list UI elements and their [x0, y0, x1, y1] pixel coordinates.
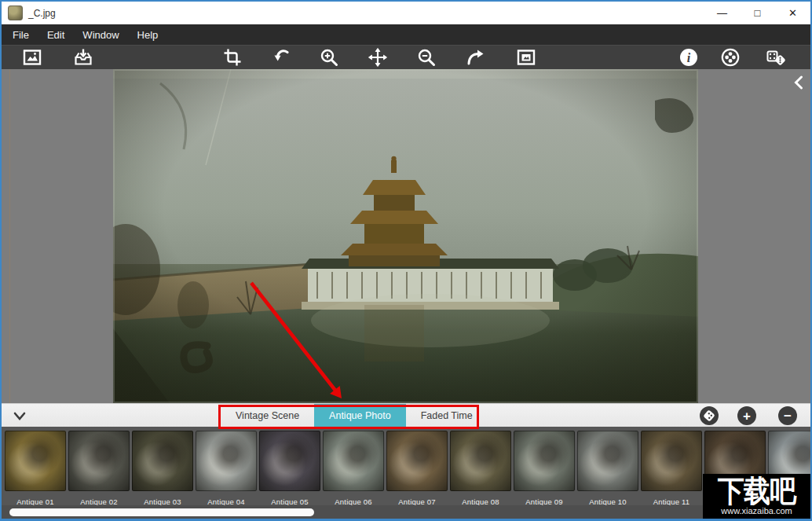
thumbnail-scrollbar-thumb[interactable]: [9, 508, 314, 516]
filter-thumbnail-image[interactable]: [323, 431, 384, 491]
info-icon[interactable]: i: [678, 47, 699, 68]
toolbar: i: [2, 45, 810, 69]
filter-bar: Vintage SceneAntique PhotoFaded Time + −: [2, 403, 810, 427]
filter-thumbnail-image[interactable]: [386, 431, 448, 491]
window-title: _C.jpg: [28, 8, 56, 19]
watermark-brand: 下载吧: [718, 475, 796, 505]
filter-thumbnail-image[interactable]: [196, 431, 257, 491]
canvas-area: [2, 69, 810, 403]
filter-thumbnail[interactable]: Antique 05: [259, 431, 320, 506]
filter-thumbnail[interactable]: Antique 08: [450, 431, 511, 506]
zoom-in-icon[interactable]: [319, 47, 339, 68]
filter-thumbnail[interactable]: Antique 01: [5, 431, 66, 506]
filter-thumbnail-image[interactable]: [68, 431, 130, 491]
tab-vintage-scene[interactable]: Vintage Scene: [221, 404, 314, 427]
zoom-out-icon[interactable]: [416, 47, 437, 68]
filter-thumbnail-image[interactable]: [450, 431, 511, 491]
tab-faded-time[interactable]: Faded Time: [406, 404, 488, 427]
svg-text:i: i: [687, 51, 691, 64]
filter-thumbnail-image[interactable]: [259, 431, 320, 491]
menu-edit[interactable]: Edit: [47, 29, 64, 41]
zoom-out-thumbnails-button[interactable]: −: [778, 406, 797, 425]
filter-category-tabs: Vintage SceneAntique PhotoFaded Time: [221, 404, 488, 427]
filter-thumbnail-image[interactable]: [132, 431, 193, 491]
filter-thumbnail[interactable]: Antique 03: [132, 431, 193, 506]
filter-thumbnail[interactable]: Antique 09: [514, 431, 575, 506]
random-dice-icon[interactable]: [766, 47, 786, 68]
collapse-strip-chevron-down-icon[interactable]: [11, 407, 28, 424]
redo-icon[interactable]: [465, 47, 485, 68]
filter-thumbnail[interactable]: Antique 04: [196, 431, 257, 506]
filter-thumbnail[interactable]: Antique 10: [577, 431, 638, 506]
filter-thumbnail[interactable]: Antique 02: [68, 431, 130, 506]
crop-icon[interactable]: [222, 47, 243, 68]
randomize-dice-icon[interactable]: [700, 406, 719, 425]
settings-icon[interactable]: [720, 47, 741, 68]
tab-antique-photo[interactable]: Antique Photo: [314, 404, 406, 427]
filter-thumbnail[interactable]: Antique 07: [386, 431, 448, 506]
watermark: 下载吧 www.xiazaiba.com: [703, 474, 810, 519]
effect-frame-icon[interactable]: [516, 47, 536, 68]
window-controls: — □ ✕: [704, 2, 810, 24]
zoom-in-thumbnails-button[interactable]: +: [737, 406, 756, 425]
rotate-icon[interactable]: [271, 47, 291, 68]
app-window: _C.jpg — □ ✕ FileEditWindowHelp: [0, 0, 812, 521]
thumbnail-scrollbar-track[interactable]: [2, 505, 810, 519]
maximize-button[interactable]: □: [740, 2, 775, 24]
filter-thumbnail[interactable]: Antique 06: [323, 431, 384, 506]
filter-thumbnail[interactable]: Antique 11: [641, 431, 702, 506]
menu-help[interactable]: Help: [137, 29, 159, 41]
close-button[interactable]: ✕: [775, 2, 810, 24]
photo-preview: [113, 69, 698, 403]
save-icon[interactable]: [73, 47, 93, 68]
open-image-icon[interactable]: [22, 47, 42, 68]
filter-thumbnail-image[interactable]: [577, 431, 638, 491]
panel-divider: [9, 69, 10, 403]
filter-thumbnail-image[interactable]: [514, 431, 575, 491]
menu-file[interactable]: File: [13, 29, 29, 41]
minimize-button[interactable]: —: [704, 2, 740, 24]
menu-bar: FileEditWindowHelp: [2, 24, 810, 45]
thumbnail-strip: Antique 01Antique 02Antique 03Antique 04…: [2, 427, 810, 519]
title-bar: _C.jpg — □ ✕: [2, 2, 810, 24]
filter-thumbnail-image[interactable]: [5, 431, 66, 491]
menu-window[interactable]: Window: [82, 29, 119, 41]
filter-thumbnail-image[interactable]: [641, 431, 702, 491]
collapse-panel-chevron-left-icon[interactable]: [792, 74, 806, 91]
move-icon[interactable]: [368, 47, 388, 68]
app-icon: [8, 6, 23, 20]
